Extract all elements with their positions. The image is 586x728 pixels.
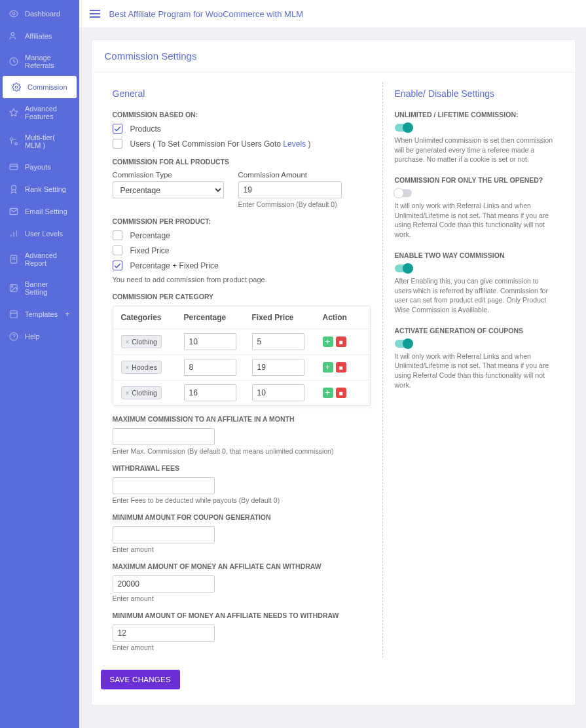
max-withdraw-input[interactable] (113, 575, 215, 592)
rank-icon (9, 185, 18, 194)
per-product-both-checkbox[interactable] (113, 261, 122, 270)
sidebar: Dashboard Affiliates Manage Referrals Co… (0, 0, 79, 728)
min-withdraw-hint: Enter amount (113, 644, 371, 651)
fixed-price-input[interactable] (252, 384, 304, 401)
percentage-input[interactable] (184, 333, 236, 350)
products-checkbox[interactable] (113, 124, 122, 134)
unlimited-commission-label: UNLIMITED / LIFETIME COMMISSION: (395, 111, 555, 118)
page-title: Commission Settings (92, 40, 576, 73)
sidebar-item-label: Advanced Report (25, 251, 70, 267)
levels-link[interactable]: Levels (283, 139, 306, 149)
image-icon (9, 283, 18, 293)
withdraw-fees-label: WITHDRAWAL FEES (113, 464, 371, 472)
sidebar-item-manage-referrals[interactable]: Manage Referrals (0, 47, 79, 76)
unlimited-commission-desc: When Unlimited commission is set then co… (395, 136, 555, 164)
menu-icon[interactable] (90, 10, 100, 18)
svg-point-9 (12, 185, 16, 190)
url-only-toggle[interactable] (395, 189, 412, 197)
users-icon (9, 31, 18, 41)
template-icon (9, 310, 18, 319)
sidebar-item-label: Banner Setting (25, 280, 70, 296)
category-tag[interactable]: ×Clothing (121, 335, 162, 348)
delete-row-button[interactable]: ■ (336, 362, 346, 373)
plus-icon: + (65, 309, 70, 319)
commission-amount-input[interactable] (238, 181, 342, 198)
sidebar-item-payouts[interactable]: Payouts (0, 156, 79, 178)
fixed-price-input[interactable] (252, 359, 304, 376)
svg-point-18 (12, 286, 13, 287)
sidebar-item-advanced-features[interactable]: Advanced Features (0, 98, 79, 127)
two-way-toggle[interactable] (395, 264, 412, 272)
url-only-label: COMMISSION FOR ONLY THE URL OPENED? (395, 176, 555, 184)
min-coupon-input[interactable] (113, 526, 215, 543)
page-breadcrumb: Best Affiliate Program for WooCommerce w… (109, 9, 303, 19)
svg-point-5 (10, 138, 13, 141)
per-category-label: COMMISSION PER CATEGORY (113, 293, 371, 300)
delete-row-button[interactable]: ■ (336, 337, 346, 347)
sidebar-item-label: Rank Setting (25, 185, 66, 193)
products-label: Products (130, 124, 161, 134)
close-icon[interactable]: × (126, 338, 130, 346)
delete-row-button[interactable]: ■ (336, 388, 346, 398)
category-table: Categories Percentage Fixed Price Action… (113, 306, 371, 406)
per-product-fixed-checkbox[interactable] (113, 246, 122, 255)
max-withdraw-label: MAXIMUM AMOUNT OF MONEY AN AFFILIATE CAN… (113, 562, 371, 570)
min-coupon-label: MINIMUM AMOUNT FOR COUPON GENERATION (113, 513, 371, 521)
svg-point-0 (12, 12, 15, 15)
sidebar-item-advanced-report[interactable]: Advanced Report (0, 245, 79, 274)
sidebar-item-email-setting[interactable]: Email Setting (0, 200, 79, 223)
col-percentage: Percentage (184, 313, 252, 322)
save-button[interactable]: SAVE CHANGES (101, 670, 181, 689)
sidebar-item-label: Help (25, 333, 40, 340)
sidebar-item-affiliates[interactable]: Affiliates (0, 25, 79, 47)
sidebar-item-user-levels[interactable]: User Levels (0, 223, 79, 245)
coupons-toggle[interactable] (395, 340, 412, 348)
card-icon (9, 162, 18, 172)
per-product-label: COMMISSION PER PRODUCT: (113, 217, 371, 225)
sidebar-item-label: User Levels (25, 230, 63, 238)
sidebar-item-help[interactable]: Help (0, 325, 79, 348)
sidebar-item-multi-tier[interactable]: Multi-tier( MLM ) (0, 127, 79, 156)
percentage-input[interactable] (184, 384, 236, 401)
max-month-hint: Enter Max. Commission (By default 0, tha… (113, 447, 371, 455)
topbar: Best Affiliate Program for WooCommerce w… (79, 0, 586, 27)
sidebar-item-rank-setting[interactable]: Rank Setting (0, 178, 79, 200)
svg-rect-19 (10, 310, 18, 318)
sidebar-item-commission[interactable]: Commission (3, 76, 77, 98)
min-withdraw-input[interactable] (113, 625, 215, 642)
all-products-label: COMMISSION FOR ALL PRODUCTS (113, 158, 371, 166)
sidebar-item-label: Affiliates (25, 32, 52, 40)
add-row-button[interactable]: + (323, 362, 333, 373)
commission-type-label: Commission Type (113, 171, 224, 179)
percentage-input[interactable] (184, 359, 236, 376)
min-coupon-hint: Enter amount (113, 545, 371, 553)
max-month-input[interactable] (113, 428, 215, 445)
commission-based-on-label: COMMISSION BASED ON: (113, 111, 371, 118)
category-tag[interactable]: ×Clothing (121, 386, 162, 399)
sidebar-item-dashboard[interactable]: Dashboard (0, 3, 79, 25)
commission-amount-label: Commission Amount (238, 171, 342, 179)
svg-rect-7 (10, 164, 18, 170)
users-label: Users ( To Set Commission For Users Goto… (130, 139, 311, 149)
star-icon (9, 108, 18, 117)
gear-icon (12, 82, 21, 92)
commission-amount-hint: Enter Commission (By default 0) (238, 200, 342, 208)
sidebar-item-templates[interactable]: Templates+ (0, 302, 79, 325)
users-checkbox[interactable] (113, 139, 122, 149)
add-row-button[interactable]: + (323, 337, 333, 347)
sidebar-item-banner-setting[interactable]: Banner Setting (0, 274, 79, 302)
sidebar-item-label: Commission (27, 83, 67, 91)
per-product-percentage-checkbox[interactable] (113, 230, 122, 240)
add-row-button[interactable]: + (323, 388, 333, 398)
category-tag[interactable]: ×Hoodies (121, 361, 162, 374)
two-way-label: ENABLE TWO WAY COMMISSION (395, 251, 555, 259)
sidebar-item-label: Advanced Features (25, 105, 70, 120)
withdraw-fees-hint: Enter Fees to be deducted while payouts … (113, 496, 371, 504)
close-icon[interactable]: × (126, 390, 130, 397)
unlimited-commission-toggle[interactable] (395, 124, 412, 132)
withdraw-fees-input[interactable] (113, 477, 215, 494)
close-icon[interactable]: × (126, 364, 130, 371)
commission-type-select[interactable]: Percentage (113, 181, 224, 198)
table-row: ×Clothing +■ (113, 380, 370, 405)
fixed-price-input[interactable] (252, 333, 304, 350)
